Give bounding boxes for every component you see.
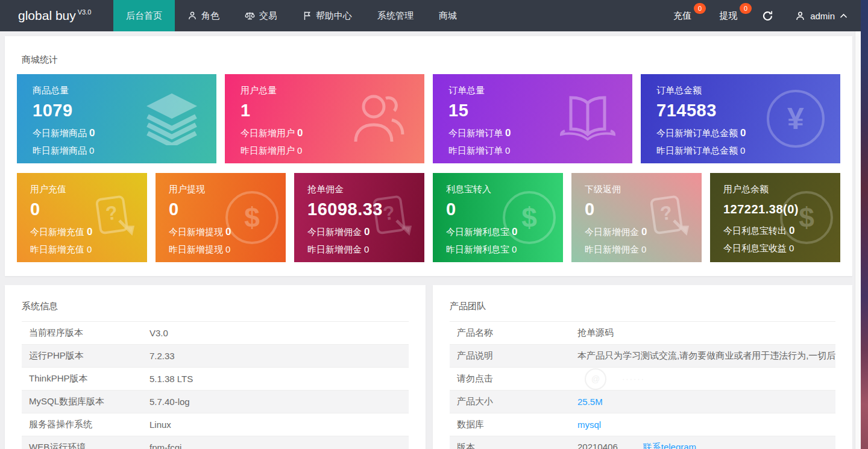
stat-line2-value: 0 [505, 145, 510, 155]
table-row: 当前程序版本 V3.0 [22, 322, 409, 345]
dollar-coin-icon: $ [780, 191, 833, 244]
version-value: 20210406 [577, 442, 618, 449]
navbar-right: 充值 0 提现 0 admin [664, 0, 868, 31]
stat-line2-label: 昨日新增利息宝 [446, 244, 509, 254]
doc-question-icon: ? [365, 190, 417, 245]
nav-item-trade[interactable]: 交易 [232, 0, 290, 31]
recharge-button[interactable]: 充值 0 [664, 0, 701, 31]
stat-card-total-users: 用户总量 1 今日新增用户0 昨日新增用户0 [225, 74, 424, 163]
nav-item-system-settings[interactable]: 系统管理 [365, 0, 426, 31]
stat-line2-value: 0 [740, 145, 745, 155]
table-row: 产品名称 抢单源码 [450, 322, 835, 345]
row-label: WEB运行环境 [22, 442, 149, 449]
stat-line1-label: 今日新增商品 [33, 128, 87, 138]
stat-line2-label: 昨日新增商品 [33, 145, 87, 155]
scales-icon [245, 11, 255, 20]
stat-line1-label: 今日新增订单总金额 [656, 128, 738, 138]
row-label: 服务器操作系统 [22, 419, 149, 430]
row-value: 7.2.33 [149, 351, 175, 361]
svg-text:?: ? [659, 201, 673, 224]
stat-line2-label: 昨日新增订单 [448, 145, 503, 155]
product-size-link[interactable]: 25.5M [577, 397, 603, 407]
stat-line1-value: 0 [740, 127, 746, 139]
admin-username: admin [810, 11, 835, 21]
dollar-glyph: $ [244, 201, 260, 234]
row-value: 抢单源码 [577, 327, 614, 339]
withdraw-button[interactable]: 提现 0 [709, 0, 747, 31]
row-label: 产品大小 [450, 396, 577, 407]
row-label: 产品名称 [450, 327, 577, 339]
withdraw-label: 提现 [719, 10, 737, 22]
row-label: 版本 [450, 442, 577, 449]
nav-item-label: 系统管理 [377, 10, 414, 22]
refresh-button[interactable] [755, 0, 779, 31]
nav-item-mall[interactable]: 商城 [426, 0, 470, 31]
row-value: 5.7.40-log [149, 397, 190, 407]
stat-line1-value: 0 [89, 127, 95, 139]
background-image-strip [861, 0, 868, 449]
stat-card-user-withdraw: 用户提现 0 今日新增提现0 昨日新增提现0 $ [156, 173, 286, 262]
stat-card-total-orders: 订单总量 15 今日新增订单0 昨日新增订单0 [433, 74, 632, 163]
stat-line2-value: 0 [512, 244, 517, 254]
table-row: 产品说明 本产品只为学习测试交流,请勿要做商业或者用于违法行为,一切后果自负 [450, 345, 835, 368]
nav-item-help-center[interactable]: 帮助中心 [290, 0, 365, 31]
telegram-contact-link[interactable]: 联系telegram [643, 442, 696, 449]
stats-row-2: 用户充值 0 今日新增充值0 昨日新增充值0 ? 用户提现 0 今日新增提现0 … [17, 173, 840, 262]
nav-item-label: 后台首页 [126, 10, 162, 22]
scrollbar-track[interactable] [855, 31, 861, 449]
row-label: 运行PHP版本 [22, 350, 149, 362]
nav-item-label: 角色 [201, 10, 219, 22]
app-logo-text: global buy [18, 8, 76, 23]
stat-line1-label: 今日新增利息宝 [446, 227, 509, 237]
stat-line2-value: 0 [364, 244, 369, 254]
dollar-glyph: $ [521, 201, 537, 234]
stat-line2-value: 0 [87, 244, 92, 254]
user-icon [795, 11, 805, 21]
svg-text:?: ? [104, 201, 119, 224]
row-label: 当前程序版本 [22, 327, 149, 339]
stats-row-1: 商品总量 1079 今日新增商品0 昨日新增商品0 用户总量 1 今日新增用户0… [17, 74, 840, 163]
table-row: 服务器操作系统 Linux [22, 413, 409, 436]
ghost-watermark-text: ······ [622, 374, 645, 383]
system-info-table: 当前程序版本 V3.0 运行PHP版本 7.2.33 ThinkPHP版本 5.… [22, 321, 409, 449]
nav-item-dashboard[interactable]: 后台首页 [113, 0, 175, 31]
nav-item-roles[interactable]: 角色 [175, 0, 232, 31]
product-team-table: 产品名称 抢单源码 产品说明 本产品只为学习测试交流,请勿要做商业或者用于违法行… [450, 321, 835, 449]
row-label: 请勿点击 [450, 373, 577, 385]
stat-line2-label: 昨日新增佣金 [307, 244, 362, 254]
ghost-watermark-icon[interactable]: @ [585, 368, 606, 390]
stat-line1-label: 今日新增佣金 [307, 227, 362, 237]
chevron-up-icon [840, 13, 848, 19]
row-value: Linux [149, 419, 171, 430]
stat-card-order-commission: 抢单佣金 16098.33 今日新增佣金0 昨日新增佣金0 ? [294, 173, 424, 262]
database-link[interactable]: mysql [577, 419, 601, 430]
row-value: V3.0 [149, 328, 168, 338]
system-info-panel: 系统信息 当前程序版本 V3.0 运行PHP版本 7.2.33 ThinkPHP… [5, 285, 426, 449]
table-row: 数据库 mysql [450, 413, 835, 436]
stat-line1-value: 0 [297, 127, 303, 139]
row-value: 5.1.38 LTS [149, 374, 193, 384]
stat-line2-value: 0 [297, 145, 302, 155]
product-team-panel: 产品团队 产品名称 抢单源码 产品说明 本产品只为学习测试交流,请勿要做商业或者… [433, 285, 852, 449]
stat-line1-label: 今日新增提现 [169, 227, 223, 237]
section-title-product-team: 产品团队 [450, 301, 486, 312]
admin-menu[interactable]: admin [795, 11, 848, 21]
stat-line2-value: 0 [89, 145, 94, 155]
stat-card-interest-transfer-in: 利息宝转入 0 今日新增利息宝0 昨日新增利息宝0 $ [433, 173, 563, 262]
book-icon [559, 92, 617, 145]
table-row: 运行PHP版本 7.2.33 [22, 345, 409, 368]
refresh-icon [762, 10, 773, 22]
table-row: 版本 20210406联系telegram [450, 436, 835, 449]
nav-item-label: 商城 [439, 10, 457, 22]
table-row: 产品大小 25.5M [450, 391, 835, 413]
doc-question-icon: ? [643, 190, 694, 245]
yen-glyph: ¥ [787, 101, 804, 136]
row-value: 本产品只为学习测试交流,请勿要做商业或者用于违法行为,一切后果自负 [577, 350, 835, 362]
doc-question-icon: ? [88, 190, 140, 245]
stat-card-total-order-amount: 订单总金额 714583 今日新增订单总金额0 昨日新增订单总金额0 ¥ [641, 74, 840, 163]
stat-line1-label: 今日新增订单 [448, 128, 503, 138]
recharge-badge: 0 [694, 3, 706, 14]
stat-line1-value: 0 [505, 127, 511, 139]
stat-line1-label: 今日新增用户 [241, 128, 295, 138]
main-menu: 后台首页 角色 交易 帮助中心 系统管理 商城 [113, 0, 470, 31]
